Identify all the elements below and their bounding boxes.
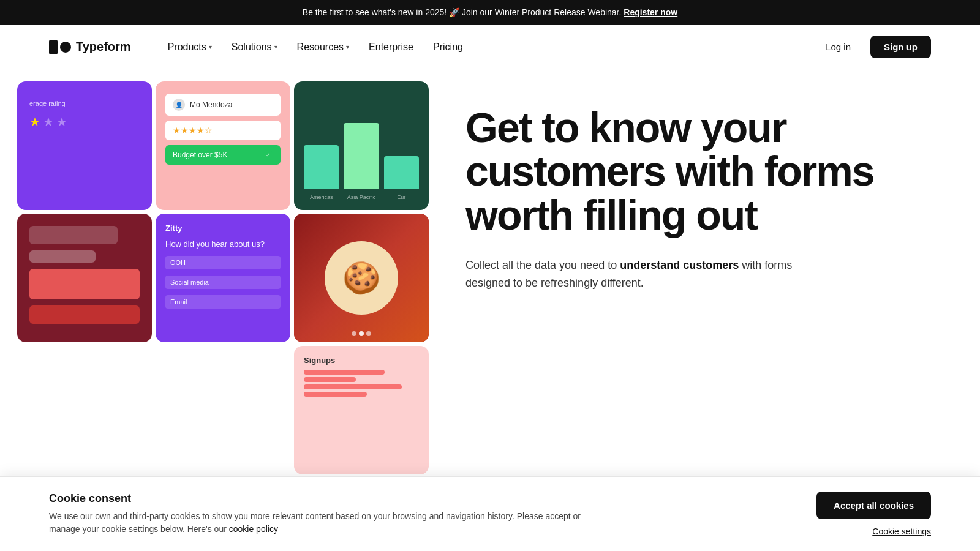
accept-cookies-button[interactable]: Accept all cookies [816,492,931,519]
nav-item-pricing[interactable]: Pricing [426,37,470,58]
cookie-settings-button[interactable]: Cookie settings [872,527,931,536]
nav-item-enterprise-label: Enterprise [369,42,413,53]
zitty-card: Zitty How did you hear about us? OOH Soc… [156,214,290,342]
nav-item-resources[interactable]: Resources ▾ [290,37,356,58]
survey-budget-row: Budget over $5K ✓ [165,145,281,165]
rating-card: erage rating ★ ★ ★ [17,81,152,210]
star-icon: ★ [56,114,67,129]
zitty-question: How did you hear about us? [165,239,281,250]
logo-icon-right [60,42,71,53]
cookie-actions: Accept all cookies Cookie settings [816,492,931,536]
mini-bar [304,377,356,382]
login-button[interactable]: Log in [813,36,863,58]
register-link[interactable]: Register now [624,7,677,17]
hero-subtext-bold: understand customers [620,259,739,271]
stars-icon: ★★★★☆ [173,126,213,135]
nav-item-enterprise[interactable]: Enterprise [361,37,421,58]
zitty-option-ooh: OOH [165,256,281,269]
cookie-text-body: We use our own and third-party cookies t… [49,511,581,534]
abstract-card-1 [17,214,152,342]
chart-label-eur: Eur [384,194,419,200]
cookie-content: Cookie consent We use our own and third-… [49,492,600,536]
navbar-right: Log in Sign up [813,36,931,58]
navbar-left: Typeform Products ▾ Solutions ▾ Resource… [49,37,470,58]
hero-subtext-before: Collect all the data you need to [466,259,620,271]
cookie-icon: 🍪 [325,241,398,315]
zitty-option-email: Email [165,295,281,309]
chevron-down-icon: ▾ [209,43,212,50]
hero-subtext: Collect all the data you need to underst… [466,257,809,292]
hero-headline: Get to know your customers with forms wo… [466,106,931,237]
mini-bar-row [304,384,419,389]
cookie-text: We use our own and third-party cookies t… [49,510,600,536]
signup-button[interactable]: Sign up [870,36,931,58]
rating-stars: ★ ★ ★ [29,114,140,129]
logo-icon-left [49,40,58,54]
signups-title: Signups [304,356,419,365]
hero-text: Get to know your customers with forms wo… [429,69,980,292]
nav-item-products[interactable]: Products ▾ [160,37,219,58]
chart-label-americas: Americas [304,194,339,200]
signups-card: Signups [294,346,429,474]
chart-labels: Americas Asia Pacific Eur [304,194,419,200]
logo[interactable]: Typeform [49,40,131,54]
bar-asia [344,123,379,189]
nav-item-solutions-label: Solutions [232,42,272,53]
survey-card: 👤 Mo Mendoza ★★★★☆ Budget over $5K ✓ [156,81,290,210]
person-icon: 👤 [173,99,185,111]
nav-item-products-label: Products [168,42,206,53]
banner-text: Be the first to see what's new in 2025! … [303,7,622,17]
nav-item-pricing-label: Pricing [433,42,463,53]
cookie-title: Cookie consent [49,492,600,505]
mini-bar [304,384,402,389]
survey-name-field: 👤 Mo Mendoza [165,94,281,116]
mini-bar [304,370,385,375]
survey-name: Mo Mendoza [190,100,232,109]
mini-bar-row [304,392,419,397]
logo-icon [49,40,71,54]
nav-item-solutions[interactable]: Solutions ▾ [224,37,285,58]
chevron-down-icon: ▾ [346,43,349,50]
chevron-down-icon: ▾ [274,43,277,50]
chart-label-asia: Asia Pacific [344,194,379,200]
mini-bar-row [304,377,419,382]
rating-label: erage rating [29,100,140,107]
mini-bar-row [304,370,419,375]
zitty-brand: Zitty [165,223,281,233]
zitty-option-social: Social media [165,276,281,289]
announcement-banner: Be the first to see what's new in 2025! … [0,0,980,25]
navbar: Typeform Products ▾ Solutions ▾ Resource… [0,25,980,69]
bar-eur [384,156,419,189]
mini-bar [304,392,367,397]
logo-text: Typeform [76,40,131,54]
cookie-banner: Cookie consent We use our own and third-… [0,476,980,551]
budget-label: Budget over $5K [173,151,227,159]
nav-item-resources-label: Resources [297,42,344,53]
bar-americas [304,145,339,189]
hero-image-grid: erage rating ★ ★ ★ 👤 Mo Mendoza ★★★★☆ Bu… [0,69,429,527]
survey-stars-row: ★★★★☆ [165,121,281,140]
photo-card: 🍪 [294,214,429,342]
bar-chart [304,116,419,189]
cookie-policy-link[interactable]: cookie policy [229,524,278,534]
chart-card: Americas Asia Pacific Eur [294,81,429,210]
nav-items: Products ▾ Solutions ▾ Resources ▾ Enter… [160,37,470,58]
star-icon: ★ [29,114,40,129]
signups-chart [304,370,419,465]
check-icon: ✓ [263,150,273,160]
photo-image: 🍪 [294,214,429,342]
star-icon: ★ [43,114,54,129]
